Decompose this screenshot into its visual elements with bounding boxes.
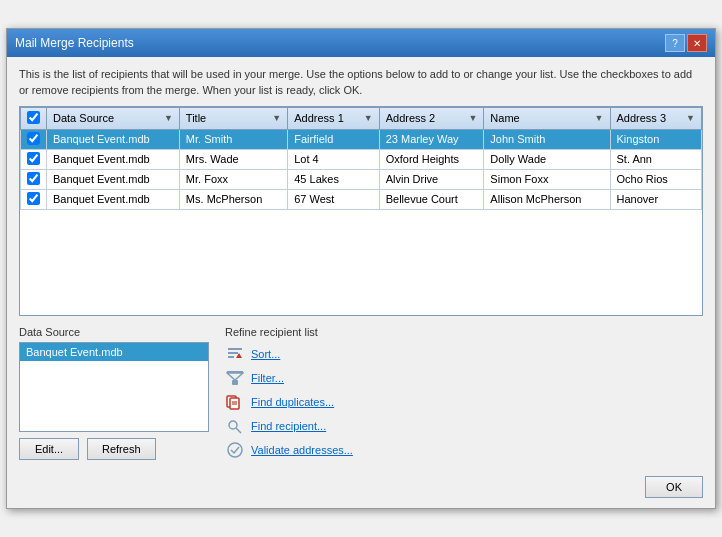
dialog-body: This is the list of recipients that will… <box>7 57 715 470</box>
header-name: Name ▼ <box>484 107 610 129</box>
cell-title: Mr. Foxx <box>179 169 287 189</box>
svg-rect-0 <box>228 348 242 350</box>
cell-address2: Oxford Heights <box>379 149 484 169</box>
svg-rect-1 <box>228 352 238 354</box>
svg-line-12 <box>236 428 241 433</box>
header-data-source: Data Source ▼ <box>47 107 180 129</box>
row-checkbox-cell <box>21 189 47 209</box>
name-sort-icon[interactable]: ▼ <box>595 113 604 123</box>
header-address1-label: Address 1 <box>294 112 344 124</box>
table-row[interactable]: Banquet Event.mdbMs. McPherson67 WestBel… <box>21 189 702 209</box>
cell-title: Ms. McPherson <box>179 189 287 209</box>
cell-name: Simon Foxx <box>484 169 610 189</box>
cell-address2: Alvin Drive <box>379 169 484 189</box>
sort-icon <box>225 344 245 364</box>
title-bar-left: Mail Merge Recipients <box>15 36 134 50</box>
row-checkbox[interactable] <box>27 192 40 205</box>
row-checkbox[interactable] <box>27 132 40 145</box>
cell-data_source: Banquet Event.mdb <box>47 129 180 149</box>
cell-address2: Bellevue Court <box>379 189 484 209</box>
refresh-button[interactable]: Refresh <box>87 438 156 460</box>
header-name-label: Name <box>490 112 519 124</box>
cell-address3: Hanover <box>610 189 701 209</box>
cell-name: Allison McPherson <box>484 189 610 209</box>
find-duplicates-icon <box>225 392 245 412</box>
cell-address3: Kingston <box>610 129 701 149</box>
recipients-table-container: Data Source ▼ Title ▼ Ad <box>19 106 703 316</box>
validate-addresses-link[interactable]: Validate addresses... <box>251 444 353 456</box>
find-recipient-link[interactable]: Find recipient... <box>251 420 326 432</box>
cell-data_source: Banquet Event.mdb <box>47 149 180 169</box>
svg-point-11 <box>229 421 237 429</box>
cell-address3: Ocho Rios <box>610 169 701 189</box>
data-source-sort-icon[interactable]: ▼ <box>164 113 173 123</box>
cell-name: John Smith <box>484 129 610 149</box>
mail-merge-dialog: Mail Merge Recipients ? ✕ This is the li… <box>6 28 716 509</box>
validate-addresses-icon <box>225 440 245 460</box>
find-duplicates-link[interactable]: Find duplicates... <box>251 396 334 408</box>
header-checkbox-col <box>21 107 47 129</box>
header-data-source-label: Data Source <box>53 112 114 124</box>
cell-address1: 67 West <box>288 189 379 209</box>
cell-name: Dolly Wade <box>484 149 610 169</box>
header-address2: Address 2 ▼ <box>379 107 484 129</box>
cell-address1: 45 Lakes <box>288 169 379 189</box>
address2-sort-icon[interactable]: ▼ <box>468 113 477 123</box>
cell-address1: Lot 4 <box>288 149 379 169</box>
address1-sort-icon[interactable]: ▼ <box>364 113 373 123</box>
refine-items: Sort... Filter... <box>225 344 703 460</box>
sort-item[interactable]: Sort... <box>225 344 703 364</box>
data-source-list[interactable]: Banquet Event.mdb <box>19 342 209 432</box>
table-row[interactable]: Banquet Event.mdbMrs. WadeLot 4Oxford He… <box>21 149 702 169</box>
cell-title: Mr. Smith <box>179 129 287 149</box>
ok-button[interactable]: OK <box>645 476 703 498</box>
address3-sort-icon[interactable]: ▼ <box>686 113 695 123</box>
find-recipient-item[interactable]: Find recipient... <box>225 416 703 436</box>
data-source-item[interactable]: Banquet Event.mdb <box>20 343 208 361</box>
data-source-panel: Data Source Banquet Event.mdb Edit... Re… <box>19 326 209 460</box>
cell-data_source: Banquet Event.mdb <box>47 169 180 189</box>
refine-panel: Refine recipient list Sort... <box>225 326 703 460</box>
sort-link[interactable]: Sort... <box>251 348 280 360</box>
row-checkbox[interactable] <box>27 172 40 185</box>
filter-item[interactable]: Filter... <box>225 368 703 388</box>
filter-link[interactable]: Filter... <box>251 372 284 384</box>
select-all-checkbox[interactable] <box>27 111 40 124</box>
row-checkbox-cell <box>21 169 47 189</box>
cell-address3: St. Ann <box>610 149 701 169</box>
svg-marker-5 <box>227 373 243 380</box>
header-title: Title ▼ <box>179 107 287 129</box>
title-bar: Mail Merge Recipients ? ✕ <box>7 29 715 57</box>
cell-data_source: Banquet Event.mdb <box>47 189 180 209</box>
close-button[interactable]: ✕ <box>687 34 707 52</box>
row-checkbox[interactable] <box>27 152 40 165</box>
instructions-text: This is the list of recipients that will… <box>19 67 703 98</box>
cell-title: Mrs. Wade <box>179 149 287 169</box>
find-duplicates-item[interactable]: Find duplicates... <box>225 392 703 412</box>
svg-rect-2 <box>228 356 234 358</box>
table-row[interactable]: Banquet Event.mdbMr. Foxx45 LakesAlvin D… <box>21 169 702 189</box>
title-sort-icon[interactable]: ▼ <box>272 113 281 123</box>
table-row[interactable]: Banquet Event.mdbMr. SmithFairfield23 Ma… <box>21 129 702 149</box>
dialog-footer: OK <box>7 470 715 508</box>
cell-address2: 23 Marley Way <box>379 129 484 149</box>
title-buttons: ? ✕ <box>665 34 707 52</box>
data-source-buttons: Edit... Refresh <box>19 438 209 460</box>
header-title-label: Title <box>186 112 206 124</box>
data-source-panel-label: Data Source <box>19 326 209 338</box>
validate-addresses-item[interactable]: Validate addresses... <box>225 440 703 460</box>
header-address3: Address 3 ▼ <box>610 107 701 129</box>
refine-panel-label: Refine recipient list <box>225 326 703 338</box>
header-address2-label: Address 2 <box>386 112 436 124</box>
row-checkbox-cell <box>21 149 47 169</box>
filter-icon <box>225 368 245 388</box>
svg-point-13 <box>228 443 242 457</box>
row-checkbox-cell <box>21 129 47 149</box>
bottom-section: Data Source Banquet Event.mdb Edit... Re… <box>19 326 703 460</box>
help-button[interactable]: ? <box>665 34 685 52</box>
header-address3-label: Address 3 <box>617 112 667 124</box>
edit-button[interactable]: Edit... <box>19 438 79 460</box>
svg-rect-6 <box>232 380 238 385</box>
find-recipient-icon <box>225 416 245 436</box>
cell-address1: Fairfield <box>288 129 379 149</box>
